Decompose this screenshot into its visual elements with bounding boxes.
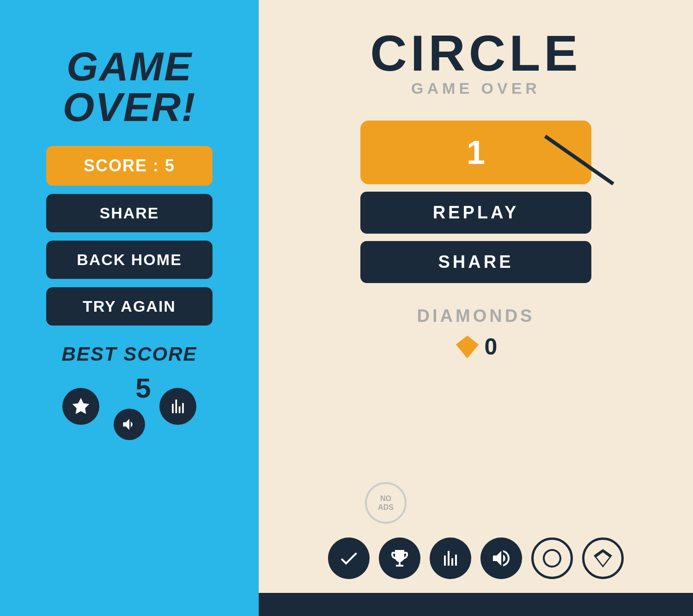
circle-game-subtitle: GAME OVER (411, 79, 541, 97)
circle-outline-button[interactable] (531, 537, 573, 579)
circle-outline-icon (541, 547, 563, 569)
try-again-button[interactable]: TRY AGAIN (46, 287, 213, 326)
best-score-value: 5 (135, 372, 151, 404)
diamond-shape-icon (455, 334, 480, 360)
score-number-right: 1 (467, 133, 485, 171)
volume-icon-button[interactable] (114, 409, 145, 440)
score-box-right: 1 (360, 121, 591, 184)
chart-icon-button[interactable] (159, 388, 196, 425)
replay-button[interactable]: REPLAY (360, 192, 591, 234)
volume-icon-button-right[interactable] (480, 537, 522, 579)
best-score-label: BEST SCORE (61, 343, 197, 365)
bar-chart-icon-button[interactable] (430, 537, 471, 579)
bottom-bar (259, 593, 693, 616)
no-ads-button[interactable]: NOADS (365, 482, 407, 524)
chart-icon (168, 396, 188, 417)
bottom-icons-right (328, 537, 624, 579)
diamonds-label: DIAMONDS (417, 306, 535, 326)
circle-game-title: CIRCLE (370, 28, 581, 79)
diamonds-row: 0 (455, 333, 498, 360)
diamond-outline-icon (592, 547, 614, 569)
line-decoration (544, 135, 614, 186)
star-icon (71, 396, 91, 417)
score-button[interactable]: SCORE : 5 (46, 146, 213, 186)
check-icon-button[interactable] (328, 537, 370, 579)
trophy-icon-button[interactable] (379, 537, 420, 579)
bottom-icons-left: 5 (62, 372, 196, 440)
diamond-outline-button[interactable] (582, 537, 624, 579)
star-icon-button[interactable] (62, 388, 99, 425)
share-button-right[interactable]: SHARE (360, 241, 591, 283)
best-score-section: BEST SCORE 5 (0, 334, 259, 440)
back-home-button[interactable]: BACK HOME (46, 241, 213, 279)
right-panel: CIRCLE GAME OVER 1 REPLAY SHARE DIAMONDS… (259, 0, 693, 616)
check-icon (338, 547, 360, 569)
diamond-count: 0 (485, 333, 498, 360)
volume-icon (121, 416, 138, 433)
volume-icon-right (490, 547, 512, 569)
left-panel: GAME OVER! SCORE : 5 SHARE BACK HOME TRY… (0, 0, 259, 616)
trophy-icon (389, 547, 411, 569)
svg-marker-0 (456, 335, 479, 358)
no-ads-label: NOADS (378, 494, 394, 512)
share-button-left[interactable]: SHARE (46, 194, 213, 232)
game-over-title: GAME OVER! (0, 46, 259, 127)
bar-chart-icon (439, 547, 462, 569)
